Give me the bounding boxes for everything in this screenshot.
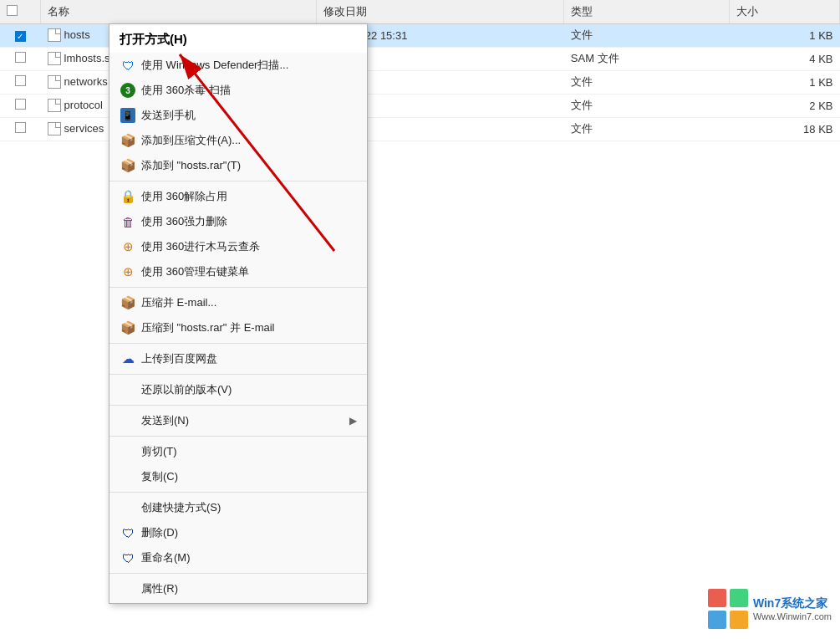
menu-icon-create-shortcut	[120, 499, 136, 516]
menu-label-open-with: 打开方式(H)	[120, 32, 357, 48]
row-checkbox[interactable]	[0, 23, 41, 47]
file-checkbox[interactable]	[15, 75, 26, 86]
menu-item-compress-email[interactable]: 📦压缩并 E-mail...	[109, 290, 367, 315]
menu-icon-cut	[120, 443, 136, 460]
menu-item-rename[interactable]: 🛡重命名(M)	[109, 545, 367, 570]
svg-rect-5	[730, 611, 748, 629]
watermark-url: Www.Winwin7.com	[753, 611, 832, 621]
file-checkbox[interactable]	[15, 31, 26, 42]
menu-item-send-to[interactable]: 发送到(N)▶	[109, 408, 367, 433]
menu-icon-upload-baidu: ☁	[120, 350, 136, 367]
menu-label-360-scan: 使用 360杀毒 扫描	[141, 83, 357, 98]
file-checkbox[interactable]	[15, 99, 26, 110]
menu-label-360-force-delete: 使用 360强力删除	[141, 214, 357, 229]
menu-icon-send-phone: 📱	[120, 107, 136, 124]
file-type: 文件	[564, 23, 730, 47]
menu-item-compress-hostsrar-email[interactable]: 📦压缩到 "hosts.rar" 并 E-mail	[109, 315, 367, 340]
col-header-type[interactable]: 类型	[564, 0, 730, 23]
menu-item-add-hostsrar[interactable]: 📦添加到 "hosts.rar"(T)	[109, 153, 367, 178]
menu-label-360-right-menu: 使用 360管理右键菜单	[141, 264, 357, 279]
file-type: 文件	[564, 70, 730, 94]
menu-label-compress-email: 压缩并 E-mail...	[141, 295, 357, 310]
svg-rect-3	[730, 589, 748, 607]
file-size: 1 KB	[730, 23, 840, 47]
menu-icon-delete: 🛡	[120, 524, 136, 541]
menu-icon-360-right-menu: ⊕	[120, 263, 136, 280]
menu-icon-rename: 🛡	[120, 550, 136, 566]
menu-icon-copy	[120, 468, 136, 485]
watermark-site: Win7系统之家	[753, 596, 832, 611]
menu-label-send-to: 发送到(N)	[141, 413, 349, 428]
menu-item-restore-prev[interactable]: 还原以前的版本(V)	[109, 377, 367, 402]
header-checkbox[interactable]	[0, 0, 41, 23]
row-checkbox[interactable]	[0, 70, 41, 94]
submenu-arrow: ▶	[349, 415, 357, 427]
menu-item-360-trojan[interactable]: ⊕使用 360进行木马云查杀	[109, 234, 367, 259]
menu-icon-compress-email: 📦	[120, 294, 136, 311]
menu-label-rename: 重命名(M)	[141, 550, 357, 565]
win7-logo-icon	[706, 587, 750, 631]
row-checkbox[interactable]	[0, 94, 41, 117]
file-type: 文件	[564, 94, 730, 117]
menu-icon-compress-hostsrar-email: 📦	[120, 320, 136, 336]
menu-icon-add-compress: 📦	[120, 132, 136, 149]
row-checkbox[interactable]	[0, 117, 41, 141]
col-header-modified[interactable]: 修改日期	[316, 0, 564, 23]
menu-item-delete[interactable]: 🛡删除(D)	[109, 520, 367, 545]
menu-icon-360-trojan: ⊕	[120, 238, 136, 255]
menu-item-360-scan[interactable]: 3使用 360杀毒 扫描	[109, 78, 367, 103]
menu-item-360-force-delete[interactable]: 🗑使用 360强力删除	[109, 209, 367, 234]
menu-item-send-phone[interactable]: 📱发送到手机	[109, 103, 367, 128]
menu-icon-add-hostsrar: 📦	[120, 157, 136, 174]
svg-rect-4	[708, 611, 726, 629]
file-icon	[48, 75, 61, 89]
menu-label-add-hostsrar: 添加到 "hosts.rar"(T)	[141, 158, 357, 173]
file-size: 2 KB	[730, 94, 840, 117]
menu-item-open-with[interactable]: 打开方式(H)	[109, 26, 367, 53]
file-icon	[48, 122, 61, 135]
menu-separator	[109, 436, 367, 437]
menu-icon-360-force-delete: 🗑	[120, 213, 136, 230]
menu-separator	[109, 405, 367, 406]
file-icon	[48, 52, 61, 65]
file-icon	[48, 28, 61, 42]
menu-label-delete: 删除(D)	[141, 525, 357, 540]
file-size: 1 KB	[730, 70, 840, 94]
file-checkbox[interactable]	[15, 122, 26, 133]
menu-item-360-right-menu[interactable]: ⊕使用 360管理右键菜单	[109, 259, 367, 284]
menu-label-windows-defender: 使用 Windows Defender扫描...	[141, 58, 357, 73]
menu-icon-360-scan: 3	[120, 82, 136, 99]
menu-label-restore-prev: 还原以前的版本(V)	[141, 382, 357, 397]
menu-separator	[109, 287, 367, 288]
menu-item-create-shortcut[interactable]: 创建快捷方式(S)	[109, 495, 367, 520]
menu-item-properties[interactable]: 属性(R)	[109, 576, 367, 601]
svg-rect-2	[708, 589, 726, 607]
menu-item-copy[interactable]: 复制(C)	[109, 464, 367, 489]
row-checkbox[interactable]	[0, 47, 41, 70]
menu-label-create-shortcut: 创建快捷方式(S)	[141, 500, 357, 515]
menu-label-360-trojan: 使用 360进行木马云查杀	[141, 239, 357, 254]
file-type: SAM 文件	[564, 47, 730, 70]
col-header-size[interactable]: 大小	[730, 0, 840, 23]
menu-label-add-compress: 添加到压缩文件(A)...	[141, 133, 357, 148]
file-checkbox[interactable]	[15, 52, 26, 63]
select-all-checkbox[interactable]	[7, 5, 18, 16]
menu-item-cut[interactable]: 剪切(T)	[109, 439, 367, 464]
context-menu: 打开方式(H)🛡使用 Windows Defender扫描...3使用 360杀…	[109, 23, 368, 604]
menu-item-add-compress[interactable]: 📦添加到压缩文件(A)...	[109, 128, 367, 153]
menu-separator	[109, 573, 367, 574]
menu-item-windows-defender[interactable]: 🛡使用 Windows Defender扫描...	[109, 53, 367, 78]
menu-label-compress-hostsrar-email: 压缩到 "hosts.rar" 并 E-mail	[141, 320, 357, 335]
file-size: 18 KB	[730, 117, 840, 141]
menu-separator	[109, 181, 367, 181]
watermark: Win7系统之家 Www.Winwin7.com	[706, 587, 832, 631]
menu-label-upload-baidu: 上传到百度网盘	[141, 351, 357, 366]
menu-label-properties: 属性(R)	[141, 581, 357, 596]
menu-item-360-unlock[interactable]: 🔒使用 360解除占用	[109, 184, 367, 209]
col-header-name[interactable]: 名称	[41, 0, 317, 23]
menu-separator	[109, 374, 367, 375]
menu-icon-restore-prev	[120, 381, 136, 398]
menu-icon-properties	[120, 580, 136, 597]
menu-item-upload-baidu[interactable]: ☁上传到百度网盘	[109, 346, 367, 371]
menu-label-cut: 剪切(T)	[141, 444, 357, 459]
